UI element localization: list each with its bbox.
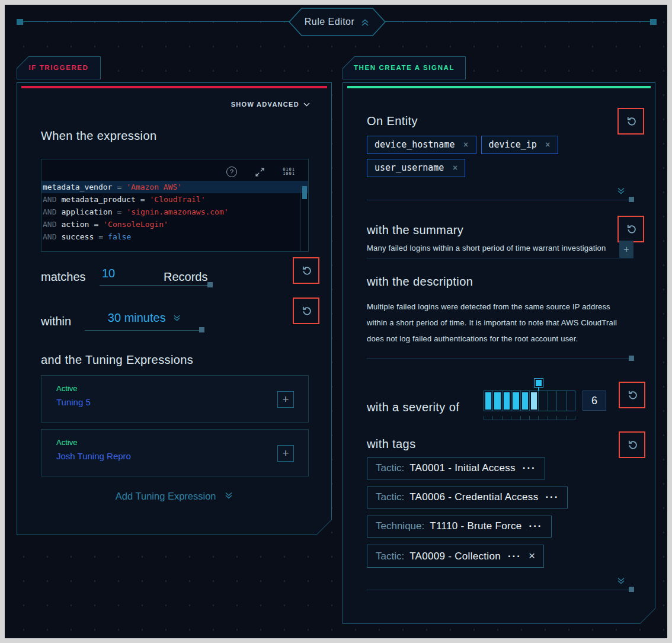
tags-section-divider: [367, 581, 633, 590]
tag-type: Tactic:: [376, 491, 404, 503]
undo-icon: [301, 265, 312, 276]
expand-tuning-icon[interactable]: +: [277, 391, 294, 408]
double-chevron-down-icon[interactable]: [617, 577, 625, 585]
tag-more-icon[interactable]: ···: [529, 520, 543, 532]
expand-tuning-icon[interactable]: +: [277, 445, 294, 462]
entity-label: device_hostname: [375, 139, 455, 150]
expression-line[interactable]: ANDsuccess=false: [41, 231, 308, 243]
entity-chip[interactable]: device_ip ×: [481, 136, 558, 154]
entity-chip[interactable]: user_username ×: [367, 159, 465, 177]
tag-chip[interactable]: Technique:T1110 - Brute Force···: [367, 516, 552, 538]
tuning-name-link[interactable]: Josh Tuning Repro: [56, 451, 131, 461]
reset-matches-button[interactable]: [293, 257, 319, 284]
tuning-status: Active: [56, 384, 77, 393]
severity-slider[interactable]: [484, 378, 578, 424]
remove-entity-icon[interactable]: ×: [463, 139, 468, 150]
tags-heading: with tags: [367, 437, 416, 451]
editor-scrollbar-thumb[interactable]: [302, 186, 307, 199]
tag-chip[interactable]: Tactic:TA0006 - Credential Access···: [367, 487, 568, 508]
expand-icon[interactable]: [255, 167, 265, 177]
entity-label: user_username: [375, 162, 444, 173]
severity-ruler: [484, 416, 575, 420]
double-chevron-down-icon: [173, 315, 181, 322]
tag-chip[interactable]: Tactic:TA0009 - Collection···×: [367, 545, 544, 568]
undo-icon: [626, 224, 636, 235]
remove-entity-icon[interactable]: ×: [452, 162, 457, 173]
editor-scrollbar[interactable]: [300, 185, 308, 251]
if-accent-bar: [21, 86, 327, 88]
show-advanced-label: SHOW ADVANCED: [231, 101, 299, 108]
tag-more-icon[interactable]: ···: [508, 551, 521, 562]
if-triggered-panel: SHOW ADVANCED When the expression ? 0101…: [17, 82, 332, 535]
drag-handle[interactable]: [629, 197, 634, 202]
expression-heading: When the expression: [41, 129, 156, 143]
tuning-heading: and the Tuning Expressions: [41, 353, 193, 367]
tag-more-icon[interactable]: ···: [545, 491, 559, 503]
reset-severity-button[interactable]: [619, 382, 645, 408]
then-accent-bar: [347, 86, 651, 88]
header-line-endcap-right: [650, 19, 657, 25]
window-frame: Rule Editor IF TRIGGERED THEN CREATE A S…: [0, 0, 672, 643]
matches-unit-label: Records: [164, 270, 207, 284]
undo-icon: [627, 390, 638, 401]
rule-editor-badge[interactable]: Rule Editor: [289, 8, 386, 36]
create-signal-panel: On Entity device_hostname × device_ip × …: [343, 82, 655, 624]
tuning-name-link[interactable]: Tuning 5: [56, 397, 91, 407]
matches-label: matches: [41, 270, 86, 284]
tuning-card[interactable]: Active Tuning 5 +: [41, 375, 309, 423]
reset-tags-button[interactable]: [619, 431, 645, 458]
remove-tag-icon[interactable]: ×: [529, 549, 535, 562]
expression-line[interactable]: ANDapplication='signin.amazonaws.com': [41, 206, 308, 218]
summary-underline: [367, 250, 633, 258]
double-chevron-down-icon[interactable]: [617, 187, 625, 195]
summary-heading: with the summary: [367, 223, 463, 237]
entity-section-divider: [367, 191, 633, 200]
on-entity-heading: On Entity: [367, 114, 418, 128]
drag-handle[interactable]: [199, 327, 204, 332]
tuning-card[interactable]: Active Josh Tuning Repro +: [41, 429, 309, 476]
add-tuning-expression-button[interactable]: Add Tuning Expression: [17, 491, 331, 502]
reset-summary-button[interactable]: [617, 216, 644, 242]
tab-then-create-signal[interactable]: THEN CREATE A SIGNAL: [343, 56, 466, 79]
expression-line[interactable]: metadata_vendor='Amazon AWS': [41, 181, 308, 193]
tag-type: Technique:: [376, 520, 424, 532]
drag-handle[interactable]: [629, 356, 634, 361]
remove-entity-icon[interactable]: ×: [545, 139, 551, 150]
header-line-left: [19, 21, 289, 22]
within-select[interactable]: 30 minutes: [85, 311, 204, 331]
undo-icon: [626, 116, 636, 127]
tag-more-icon[interactable]: ···: [523, 462, 536, 474]
expression-code[interactable]: metadata_vendor='Amazon AWS' ANDmetadata…: [41, 181, 308, 243]
binary-view-icon[interactable]: 0101 1001: [283, 168, 295, 176]
matches-count-value: 10: [100, 267, 115, 280]
drag-handle[interactable]: [629, 587, 634, 592]
tag-list: Tactic:TA0001 - Initial Access··· Tactic…: [367, 458, 568, 575]
tag-value: TA0006 - Credential Access: [409, 491, 538, 503]
entity-chip[interactable]: device_hostname ×: [367, 136, 476, 154]
within-label: within: [41, 315, 71, 328]
tag-chip[interactable]: Tactic:TA0001 - Initial Access···: [367, 458, 545, 479]
tag-type: Tactic:: [376, 551, 404, 562]
help-icon[interactable]: ?: [226, 167, 237, 177]
tab-if-triggered[interactable]: IF TRIGGERED: [17, 56, 101, 79]
drag-handle[interactable]: [207, 282, 213, 287]
double-chevron-up-icon[interactable]: [360, 18, 370, 26]
tab-then-create-signal-label: THEN CREATE A SIGNAL: [343, 64, 466, 71]
show-advanced-button[interactable]: SHOW ADVANCED: [231, 101, 310, 108]
severity-heading: with a severity of: [367, 401, 459, 414]
description-text-input[interactable]: Multiple failed logins were detected fro…: [367, 299, 631, 347]
expression-line[interactable]: ANDmetadata_product='CloudTrail': [41, 193, 308, 206]
severity-value-box[interactable]: 6: [583, 391, 606, 411]
tab-if-triggered-label: IF TRIGGERED: [17, 64, 101, 71]
undo-icon: [627, 440, 638, 450]
expression-line[interactable]: ANDaction='ConsoleLogin': [41, 218, 308, 231]
expression-editor[interactable]: ? 0101 1001 metadata_vendor='Amazon AWS'…: [41, 159, 309, 252]
tag-value: TA0009 - Collection: [409, 551, 501, 562]
reset-within-button[interactable]: [293, 297, 319, 324]
severity-bar[interactable]: [484, 391, 575, 411]
severity-slider-handle[interactable]: [534, 378, 543, 388]
tag-value: T1110 - Brute Force: [430, 520, 521, 532]
chevron-down-icon: [303, 103, 310, 107]
reset-entity-button[interactable]: [617, 108, 644, 135]
page-title: Rule Editor: [305, 17, 355, 27]
